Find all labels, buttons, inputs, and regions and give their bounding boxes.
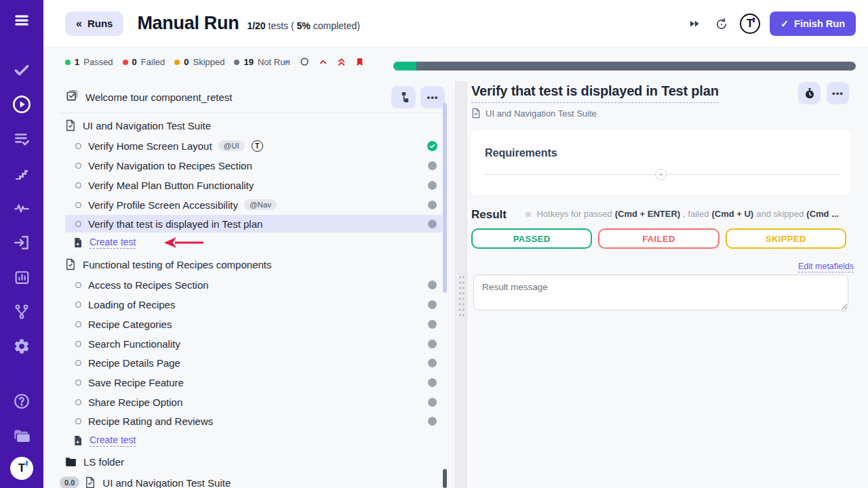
status-notrun-dot [428,340,437,348]
progress-fill [393,62,416,70]
retry-timer-icon[interactable] [713,15,730,33]
check-icon: ✓ [781,18,789,29]
finish-run-label: Finish Run [794,18,845,29]
pulse-icon[interactable] [8,195,35,222]
test-row[interactable]: Save Recipe Feature [65,373,442,391]
requirements-title: Requirements [485,147,557,159]
test-bullet-icon [75,163,81,169]
failed-dot-icon [123,60,128,65]
tests-check-icon[interactable] [8,56,35,83]
skipped-count: 0Skipped [174,57,224,67]
create-test-row[interactable]: Create test [65,234,442,251]
test-bullet-icon [75,341,81,347]
automated-test-logo-icon: T [252,140,263,152]
help-icon[interactable] [8,388,35,415]
tag-badge[interactable]: @UI [218,140,245,151]
test-row[interactable]: Recipe Categories [65,315,442,333]
detail-more-button[interactable]: ••• [827,82,849,104]
runs-play-icon[interactable] [8,91,35,118]
suite-doc-icon [65,119,76,131]
test-bullet-icon [75,143,81,149]
back-to-runs-button[interactable]: « Runs [65,12,123,36]
test-bullet-icon [75,302,81,308]
requirements-card: Requirements [471,130,851,195]
settings-gear-icon[interactable] [8,333,35,360]
tag-badge[interactable]: @Nav [244,199,277,210]
projects-folder-icon[interactable] [8,422,35,449]
test-row[interactable]: Verify Profile Screen Accessibility @Nav [65,196,442,214]
test-bullet-icon [75,202,81,208]
test-row[interactable]: Loading of Recipes [65,296,442,313]
create-test-link[interactable]: Create test [90,434,136,447]
stopwatch-icon [804,87,815,100]
test-tree: UI and Navigation Test Suite Verify Home… [65,81,442,488]
test-row[interactable]: Verify Meal Plan Button Functionality [65,176,442,194]
priority-low-chevron-down-icon[interactable] [280,56,292,68]
skipped-dot-icon [174,60,180,65]
failed-button[interactable]: FAILED [598,228,719,249]
create-test-link[interactable]: Create test [90,237,136,249]
priority-blocker-bookmark-icon[interactable] [353,56,366,68]
test-row[interactable]: Access to Recipes Section [65,276,442,293]
timer-button[interactable] [798,82,821,104]
suite-row-partial[interactable]: 0.0 UI and Navigation Test Suite [65,474,442,488]
detail-suite-breadcrumb[interactable]: UI and Navigation Test Suite [471,108,597,119]
result-message-input[interactable] [473,274,848,310]
status-notrun-dot [428,320,437,329]
priority-filter-icons [280,56,366,68]
result-title: Result [471,208,507,222]
test-row-selected[interactable]: Verify that test is displayed in Test pl… [65,215,442,232]
status-notrun-dot [428,359,437,367]
status-notrun-dot [428,161,437,170]
test-plans-icon[interactable] [8,125,35,152]
suite-doc-icon [65,258,76,270]
create-test-doc-icon [73,237,83,248]
branch-icon[interactable] [8,298,35,325]
requirements-expand-toggle[interactable] [655,169,667,180]
run-title: Manual Run [137,13,239,34]
header-testomat-logo[interactable]: T [740,14,760,34]
test-row[interactable]: Recipe Details Page [65,354,442,371]
test-row[interactable]: Recipe Rating and Reviews [65,412,442,430]
tree-scrollbar-thumb[interactable] [443,103,447,293]
test-bullet-icon [75,399,81,405]
test-row[interactable]: Verify Home Screen Layout @UI T [65,137,442,155]
suite-row[interactable]: UI and Navigation Test Suite [65,117,442,134]
status-bar: 1Passed 0Failed 0Skipped 19Not Run [43,47,868,81]
app-sidebar: T [0,0,43,488]
edit-metafields-link[interactable]: Edit metafields [798,262,854,272]
steps-icon[interactable] [8,160,35,187]
reports-chart-icon[interactable] [8,264,35,291]
test-row[interactable]: Search Functionality [65,335,442,352]
priority-high-chevron-up-icon[interactable] [317,56,329,68]
count-badge: 0.0 [60,476,79,488]
status-notrun-dot [428,300,437,309]
menu-icon[interactable] [8,7,35,34]
test-bullet-icon [75,182,81,188]
fast-forward-icon[interactable] [686,15,703,33]
test-row[interactable]: Share Recipe Option [65,393,442,411]
priority-critical-chevrons-up-icon[interactable] [335,56,347,68]
create-test-row[interactable]: Create test [65,432,442,449]
chevron-down-icon [658,171,664,178]
run-progress-bar [393,62,856,70]
test-detail-title[interactable]: Verify that test is displayed in Test pl… [471,83,719,103]
import-icon[interactable] [8,229,35,256]
suite-row[interactable]: Functional testing of Recipes components [65,256,442,273]
passed-dot-icon [65,60,71,65]
keyboard-icon [526,210,531,219]
tree-scrollbar-thumb-bottom[interactable] [443,469,447,488]
annotation-arrow-icon [161,236,206,249]
finish-run-button[interactable]: ✓ Finish Run [770,12,856,36]
percent-complete: 5% [297,20,311,31]
test-row[interactable]: Verify Navigation to Recipes Section [65,157,442,174]
priority-normal-circle-icon[interactable] [298,56,311,68]
test-bullet-icon [75,418,81,424]
panel-splitter[interactable] [455,81,467,488]
skipped-button[interactable]: SKIPPED [726,228,846,249]
passed-button[interactable]: PASSED [471,228,592,249]
test-bullet-icon [75,380,81,386]
failed-count: 0Failed [123,57,165,67]
folder-row[interactable]: LS folder [65,453,442,470]
testomat-logo[interactable]: T [10,457,33,480]
